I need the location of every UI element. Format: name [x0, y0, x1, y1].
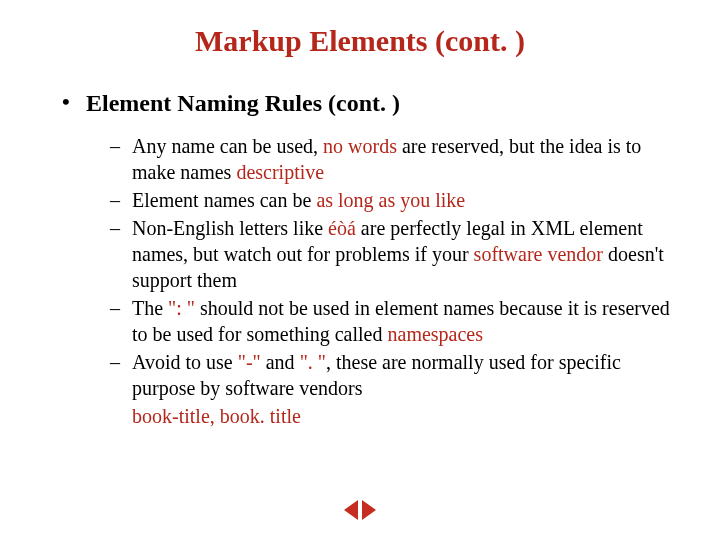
- text: Element names can be: [132, 189, 316, 211]
- text: Non-English letters like: [132, 217, 328, 239]
- bullet-item-3: Non-English letters like éòá are perfect…: [110, 215, 670, 293]
- example-line: book-title, book. title: [132, 403, 670, 429]
- text: The: [132, 297, 168, 319]
- highlight: ". ": [300, 351, 326, 373]
- prev-button[interactable]: [344, 500, 358, 520]
- next-button[interactable]: [362, 500, 376, 520]
- slide-nav: [344, 500, 376, 520]
- slide: Markup Elements (cont. ) Element Naming …: [0, 0, 720, 540]
- highlight: "-": [238, 351, 261, 373]
- text: Any name can be used,: [132, 135, 323, 157]
- bullet-list-level1: Element Naming Rules (cont. ): [60, 88, 670, 119]
- bullet-item-4: The ": " should not be used in element n…: [110, 295, 670, 347]
- highlight: software vendor: [474, 243, 603, 265]
- text: Avoid to use: [132, 351, 238, 373]
- bullet-item-5: Avoid to use "-" and ". ", these are nor…: [110, 349, 670, 401]
- highlight: éòá: [328, 217, 356, 239]
- bullet-item-1: Any name can be used, no words are reser…: [110, 133, 670, 185]
- highlight: descriptive: [236, 161, 324, 183]
- section-heading: Element Naming Rules (cont. ): [60, 88, 670, 119]
- highlight: no words: [323, 135, 397, 157]
- highlight: as long as you like: [316, 189, 465, 211]
- bullet-item-2: Element names can be as long as you like: [110, 187, 670, 213]
- highlight: ": ": [168, 297, 195, 319]
- slide-title: Markup Elements (cont. ): [50, 24, 670, 58]
- highlight: namespaces: [388, 323, 484, 345]
- bullet-list-level2: Any name can be used, no words are reser…: [110, 133, 670, 401]
- text: and: [261, 351, 300, 373]
